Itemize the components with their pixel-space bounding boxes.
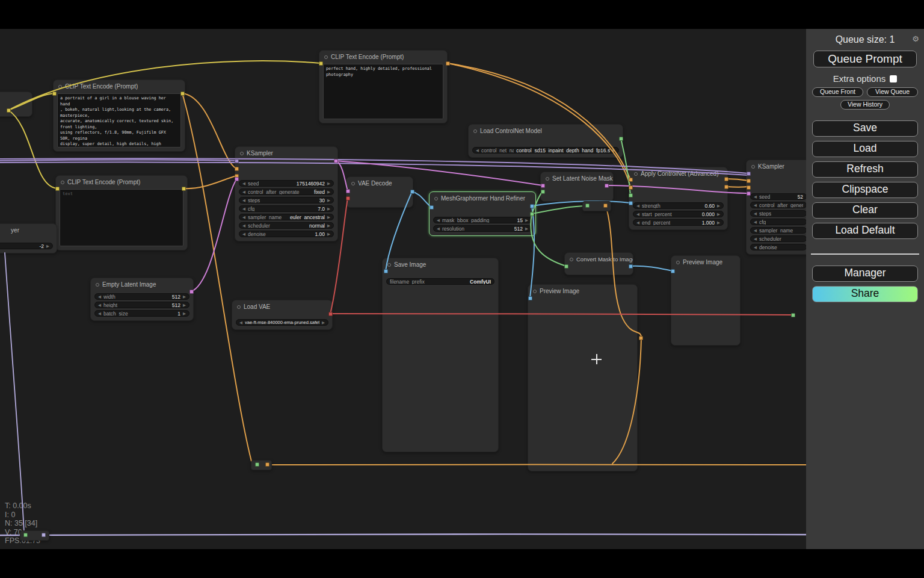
- collapse-dot-icon[interactable]: [61, 181, 64, 184]
- input-slot-clip[interactable]: [52, 92, 57, 96]
- node-preview-image-1[interactable]: Preview Image: [671, 255, 741, 346]
- output-slot-latent[interactable]: [605, 184, 609, 188]
- input-slot-latent[interactable]: [747, 191, 751, 196]
- reroute-output-slot[interactable]: [265, 462, 270, 467]
- link-dot[interactable]: [639, 336, 643, 340]
- node-title-bar[interactable]: CLIP Text Encode (Prompt): [54, 80, 185, 92]
- decrement-arrow-icon[interactable]: ◀: [636, 212, 639, 217]
- collapse-dot-icon[interactable]: [473, 129, 477, 133]
- node-save-image[interactable]: Save Image filename_prefixComfyUI: [382, 258, 499, 452]
- reroute-output-slot[interactable]: [42, 533, 46, 537]
- input-slot-samples[interactable]: [541, 184, 545, 188]
- widget-sampler-name[interactable]: ◀sampler_nameeuler_ancestral▶: [239, 214, 334, 220]
- node-title-bar[interactable]: Apply ControlNet (Advanced): [629, 167, 727, 179]
- widget-denoise[interactable]: ◀denoise: [750, 244, 807, 250]
- widget-scheduler[interactable]: ◀schedulernormal▶: [239, 222, 334, 229]
- load-button[interactable]: Load: [812, 141, 918, 157]
- prompt-textarea[interactable]: perfect hand, highly detailed, professio…: [323, 64, 443, 119]
- increment-arrow-icon[interactable]: ▶: [322, 320, 325, 325]
- gear-icon[interactable]: ⚙: [912, 34, 919, 43]
- decrement-arrow-icon[interactable]: ◀: [242, 232, 245, 237]
- decrement-arrow-icon[interactable]: ◀: [437, 226, 440, 231]
- node-title-bar[interactable]: KSampler: [235, 147, 337, 158]
- node-title-bar[interactable]: Convert Mask to Image: [565, 253, 633, 264]
- widget-stop-at-clip-layer[interactable]: -2▶: [0, 243, 53, 249]
- input-slot-positive[interactable]: [629, 178, 633, 182]
- clear-button[interactable]: Clear: [812, 202, 918, 219]
- increment-arrow-icon[interactable]: ▶: [327, 215, 330, 220]
- increment-arrow-icon[interactable]: ▶: [183, 294, 186, 299]
- decrement-arrow-icon[interactable]: ◀: [754, 220, 757, 225]
- input-slot-controlnet[interactable]: [629, 193, 633, 197]
- output-slot-vae[interactable]: [328, 312, 333, 316]
- input-slot-image[interactable]: [629, 201, 633, 205]
- decrement-arrow-icon[interactable]: ◀: [242, 181, 245, 186]
- node-empty-latent-image[interactable]: Empty Latent Image ◀width512▶ ◀height512…: [90, 278, 194, 321]
- link-dot[interactable]: [791, 313, 795, 317]
- node-preview-image-2[interactable]: Preview Image: [528, 284, 638, 471]
- input-slot-images[interactable]: [671, 269, 675, 273]
- node-title-bar[interactable]: CLIP Text Encode (Prompt): [56, 176, 187, 187]
- decrement-arrow-icon[interactable]: ◀: [242, 223, 245, 228]
- node-title-bar[interactable]: Load VAE: [232, 300, 332, 312]
- widget-height[interactable]: ◀height512▶: [94, 302, 189, 308]
- node-load-vae[interactable]: Load VAE ◀vae-ft-mse-840000-ema-pruned.s…: [232, 300, 333, 330]
- node-title-bar[interactable]: yer: [0, 224, 57, 235]
- output-slot-clip[interactable]: [7, 108, 11, 113]
- clipspace-button[interactable]: Clipspace: [812, 182, 918, 198]
- load-default-button[interactable]: Load Default: [812, 223, 918, 239]
- collapse-dot-icon[interactable]: [533, 290, 537, 293]
- output-slot-controlnet[interactable]: [619, 137, 623, 141]
- node-clip-set-last-layer-partial[interactable]: yer -2▶: [0, 223, 57, 253]
- widget-sampler-name[interactable]: ◀sampler_name: [750, 227, 807, 234]
- node-ksampler-2[interactable]: KSampler ◀seed52 ◀control_after_generate…: [746, 160, 811, 255]
- widget-denoise[interactable]: ◀denoise1.00▶: [239, 231, 334, 237]
- node-title-bar[interactable]: Preview Image: [671, 256, 740, 267]
- increment-arrow-icon[interactable]: ▶: [717, 204, 720, 208]
- collapse-dot-icon[interactable]: [58, 85, 62, 89]
- output-slot-latent[interactable]: [334, 159, 338, 163]
- decrement-arrow-icon[interactable]: ◀: [242, 207, 245, 211]
- widget-resolution[interactable]: ◀resolution512▶: [433, 225, 532, 232]
- decrement-arrow-icon[interactable]: ◀: [636, 204, 639, 208]
- widget-batch-size[interactable]: ◀batch_size1▶: [94, 310, 189, 317]
- output-slot-image[interactable]: [530, 204, 534, 208]
- increment-arrow-icon[interactable]: ▶: [612, 148, 615, 153]
- increment-arrow-icon[interactable]: ▶: [46, 244, 49, 249]
- widget-seed[interactable]: ◀seed1751460942▶: [239, 180, 334, 187]
- node-apply-controlnet-advanced[interactable]: Apply ControlNet (Advanced) ◀strength0.6…: [629, 167, 728, 230]
- input-slot-negative[interactable]: [747, 185, 751, 190]
- reroute-input-slot[interactable]: [23, 533, 28, 537]
- widget-control-after-generate[interactable]: ◀control_after_generate: [750, 202, 807, 208]
- increment-arrow-icon[interactable]: ▶: [327, 207, 330, 211]
- collapse-dot-icon[interactable]: [546, 177, 549, 181]
- decrement-arrow-icon[interactable]: ◀: [98, 303, 101, 308]
- decrement-arrow-icon[interactable]: ◀: [242, 198, 245, 203]
- output-slot-image[interactable]: [629, 264, 633, 269]
- manager-button[interactable]: Manager: [812, 266, 918, 282]
- widget-width[interactable]: ◀width512▶: [94, 293, 189, 300]
- collapse-dot-icon[interactable]: [751, 165, 755, 169]
- node-convert-mask-to-image[interactable]: Convert Mask to Image: [564, 252, 633, 275]
- node-vae-decode[interactable]: VAE Decode: [346, 176, 413, 208]
- queue-front-button[interactable]: Queue Front: [812, 87, 863, 97]
- share-button[interactable]: Share: [812, 286, 918, 302]
- decrement-arrow-icon[interactable]: ◀: [754, 245, 757, 250]
- increment-arrow-icon[interactable]: ▶: [183, 311, 186, 316]
- widget-end-percent[interactable]: ◀end_percent1.000▶: [633, 219, 724, 226]
- collapse-dot-icon[interactable]: [237, 305, 241, 309]
- decrement-arrow-icon[interactable]: ◀: [754, 237, 757, 241]
- increment-arrow-icon[interactable]: ▶: [717, 220, 720, 225]
- widget-cfg[interactable]: ◀cfg7.0▶: [239, 205, 334, 212]
- decrement-arrow-icon[interactable]: ◀: [754, 228, 757, 233]
- input-slot-positive[interactable]: [747, 179, 751, 183]
- prompt-textarea[interactable]: a portrait of a girl in a blouse waving …: [57, 93, 181, 148]
- collapse-dot-icon[interactable]: [676, 261, 680, 264]
- queue-prompt-button[interactable]: Queue Prompt: [813, 51, 917, 67]
- collapse-dot-icon[interactable]: [570, 258, 573, 261]
- increment-arrow-icon[interactable]: ▶: [327, 198, 330, 203]
- increment-arrow-icon[interactable]: ▶: [327, 181, 330, 186]
- widget-seed[interactable]: ◀seed52: [750, 193, 807, 200]
- decrement-arrow-icon[interactable]: ◀: [754, 211, 757, 216]
- extra-options-checkbox[interactable]: [890, 75, 897, 82]
